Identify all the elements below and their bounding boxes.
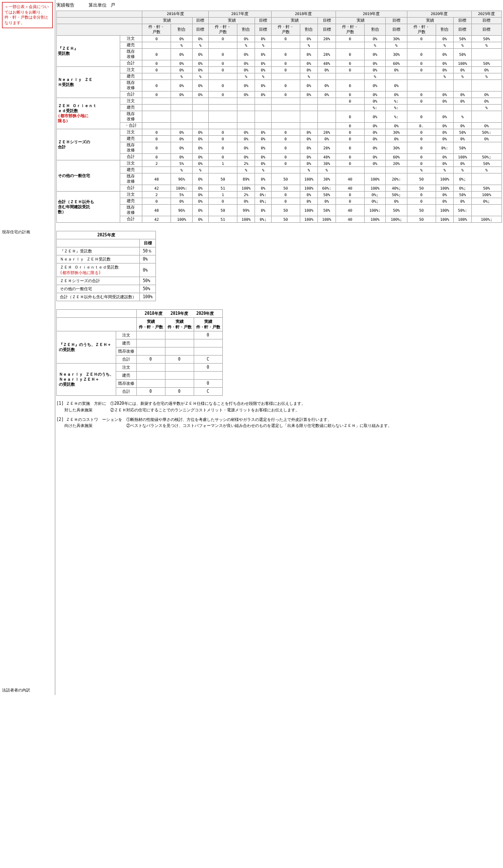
cell: 0 bbox=[336, 49, 364, 60]
plus-col-2020: 実績件・軒・戸数 bbox=[194, 318, 222, 331]
cell: 50 bbox=[271, 205, 300, 216]
cell bbox=[271, 73, 300, 80]
cell: 0% bbox=[454, 198, 472, 205]
category-zeh-oriented: ＺＥＨ Ｏｒｉｅｎｔｅｄ受託数(都市部狭小地に限る) bbox=[57, 98, 120, 129]
cell: 0% bbox=[436, 36, 454, 42]
cell: 0 bbox=[271, 67, 300, 73]
cell: 100% bbox=[237, 216, 255, 223]
cell: %: bbox=[386, 105, 407, 111]
cell: 0%: bbox=[255, 192, 271, 198]
cell: 0% bbox=[192, 67, 208, 73]
goal-row-label: Ｎｅａｒｌｙ ＺＥＨ受託数 bbox=[57, 255, 140, 264]
year-2016: 2016年度 bbox=[142, 11, 209, 18]
cell: 0 bbox=[271, 154, 300, 160]
cell: 50% bbox=[454, 129, 472, 136]
cell: 30% bbox=[386, 49, 407, 60]
cell: 0% bbox=[237, 136, 255, 142]
cell: 0 bbox=[407, 98, 436, 105]
cell: % bbox=[255, 167, 271, 173]
plus-col-2018: 実績件・軒・戸数 bbox=[136, 318, 165, 331]
category-zeh-series: ＺＥＨシリーズの合計 bbox=[57, 129, 120, 160]
cell: 0% bbox=[255, 67, 271, 73]
cell: 100% bbox=[364, 216, 385, 223]
cell: 0% bbox=[454, 92, 472, 98]
plus-table-row: 『ＺＥＨ』のうち、ＺＥＨ＋の受託数 注文 0 bbox=[57, 331, 223, 339]
cell: % bbox=[471, 73, 501, 80]
plus-cell: 0 bbox=[194, 331, 222, 339]
table-row: 既存改修 00%0% 00%0% 00%0% 00%0% bbox=[57, 80, 502, 92]
cell: 0% bbox=[300, 60, 318, 67]
cell: 0% bbox=[364, 36, 385, 42]
cell: 0 bbox=[336, 123, 364, 129]
cell: 0% bbox=[471, 67, 501, 73]
cell: % bbox=[237, 42, 255, 49]
cell: 0% bbox=[454, 160, 472, 167]
cell: 0% bbox=[171, 49, 192, 60]
cell: 0 bbox=[142, 67, 171, 73]
cell: 0 bbox=[407, 154, 436, 160]
cell: 0% bbox=[192, 136, 208, 142]
cell: 99% bbox=[237, 205, 255, 216]
cell: 0% bbox=[192, 205, 208, 216]
col-empty bbox=[57, 24, 142, 36]
cell: % bbox=[171, 73, 192, 80]
cell: % bbox=[318, 167, 336, 173]
category-grand-total: 合計（ＺＥＨ以外も含む年間建設受託数） bbox=[57, 192, 120, 223]
row-type-label: 建売 bbox=[120, 198, 142, 205]
plus-row-type: 既存改修 bbox=[116, 348, 136, 356]
cell: 0% bbox=[255, 205, 271, 216]
cell bbox=[192, 98, 208, 105]
goal-row: 『ＺＥＨ』受託数 50％ bbox=[57, 247, 156, 255]
row-type-label: 合計 bbox=[120, 185, 142, 192]
cell bbox=[208, 73, 237, 80]
cell: 0% bbox=[364, 98, 385, 105]
cell: % bbox=[192, 42, 208, 49]
cell: 0% bbox=[255, 49, 271, 60]
cell: 0% bbox=[237, 60, 255, 67]
cell: % bbox=[364, 42, 385, 49]
cell bbox=[318, 123, 336, 129]
table-row: 建売 00%0% 00%0% 00%0% 00%0% 00%0% 0% bbox=[57, 136, 502, 142]
cell: 50% bbox=[471, 36, 501, 42]
plus-col-header-row: 実績件・軒・戸数 実績件・軒・戸数 実績件・軒・戸数 bbox=[57, 318, 223, 331]
table-row: 合計 42100%:0% 51100%0% 50100%60%: 40100%4… bbox=[57, 185, 502, 192]
cell: 50 bbox=[407, 173, 436, 185]
cell: 0 bbox=[142, 49, 171, 60]
cell: 0% bbox=[300, 160, 318, 167]
cell: 0% bbox=[255, 129, 271, 136]
category-zeh: 『ＺＥＨ』受託数 bbox=[57, 36, 120, 67]
row-type-label: 既存改修 bbox=[120, 173, 142, 185]
plus-cell bbox=[165, 331, 194, 339]
plus-row-type: 注文 bbox=[116, 364, 136, 372]
year-2025: 2025年度 bbox=[471, 11, 501, 18]
cell: 0 bbox=[407, 142, 436, 154]
sidebar-notice: ＜一部公表＞会員についてはお断りをお断り、件・軒・戸数は非分割となります。 bbox=[2, 2, 53, 28]
cell: 0% bbox=[454, 136, 472, 142]
cell: 2% bbox=[237, 160, 255, 167]
cell: 89% bbox=[237, 173, 255, 185]
cell: 0 bbox=[208, 129, 237, 136]
goal-row-value: 100% bbox=[140, 293, 156, 301]
cell bbox=[142, 123, 171, 129]
year-2020: 2020年度 bbox=[407, 11, 471, 18]
col-2019-target: 目標 bbox=[386, 24, 407, 36]
row-type-label: 合計 bbox=[120, 154, 142, 160]
row-type-label: 建売 bbox=[120, 167, 142, 173]
cell: 100%: bbox=[364, 205, 385, 216]
period-2020-mokuhyo: 目標 bbox=[454, 18, 472, 24]
left-sidebar: ＜一部公表＞会員についてはお断りをお断り、件・軒・戸数は非分割となります。 現存… bbox=[0, 0, 55, 695]
cell bbox=[318, 73, 336, 80]
cell: 50% bbox=[454, 192, 472, 198]
plus-cell bbox=[165, 339, 194, 348]
cell: 40 bbox=[142, 173, 171, 185]
cell: 0% bbox=[364, 142, 385, 154]
cell bbox=[318, 42, 336, 49]
cell: 0% bbox=[255, 92, 271, 98]
cell: 0% bbox=[364, 49, 385, 60]
plus-cell bbox=[194, 372, 222, 380]
cell bbox=[171, 105, 192, 111]
cell: 0 bbox=[208, 36, 237, 42]
cell bbox=[471, 205, 501, 216]
cell: 0% bbox=[171, 36, 192, 42]
cell bbox=[386, 73, 407, 80]
